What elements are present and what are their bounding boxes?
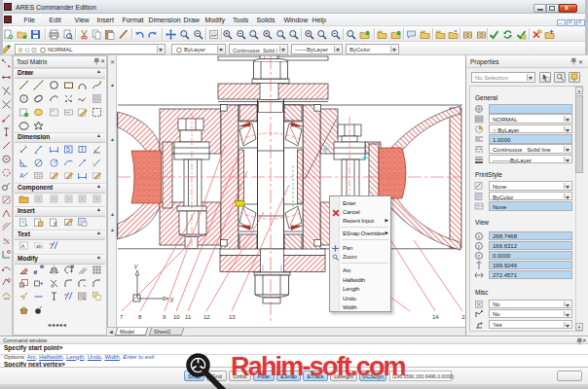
svg-text:10: 10 bbox=[173, 314, 180, 320]
svg-text:7: 7 bbox=[120, 314, 124, 320]
svg-text:A: A bbox=[20, 243, 24, 249]
svg-text:A: A bbox=[19, 172, 24, 179]
svg-text:X: X bbox=[53, 221, 57, 228]
svg-text:12: 12 bbox=[203, 314, 210, 320]
svg-text:9: 9 bbox=[163, 314, 166, 320]
svg-text:y: y bbox=[477, 243, 480, 249]
svg-text:13: 13 bbox=[229, 314, 236, 320]
svg-text:14: 14 bbox=[432, 314, 439, 320]
svg-text:x: x bbox=[477, 233, 480, 239]
svg-text:X: X bbox=[168, 297, 174, 303]
svg-text:Y: Y bbox=[133, 264, 139, 270]
svg-text:8: 8 bbox=[138, 314, 142, 320]
svg-text:z: z bbox=[477, 253, 480, 259]
svg-text:ab: ab bbox=[36, 243, 42, 249]
svg-text:11: 11 bbox=[185, 314, 192, 320]
svg-text:5: 5 bbox=[66, 146, 70, 153]
